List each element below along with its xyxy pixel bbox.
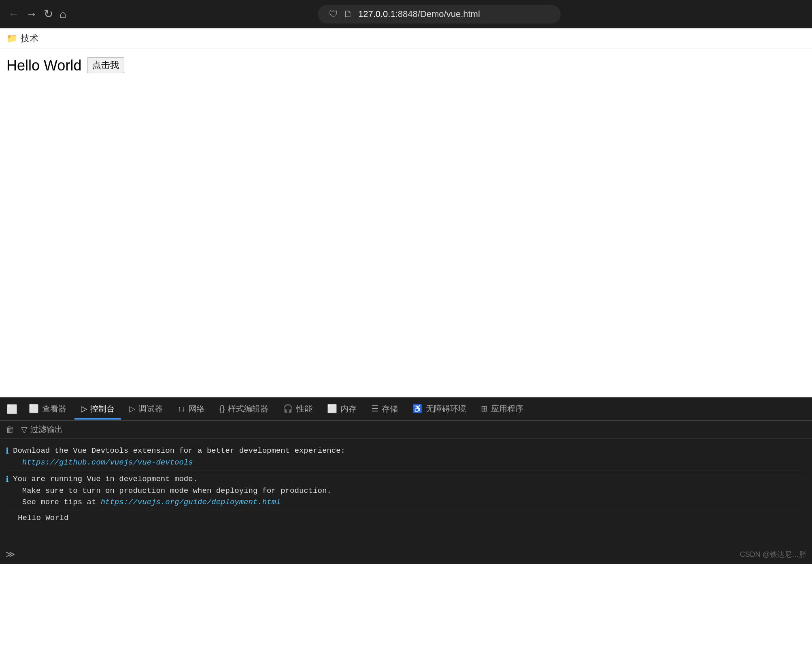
tab-storage[interactable]: ☰ 存储 [365, 399, 404, 420]
reload-button[interactable]: ↻ [44, 9, 53, 20]
debugger-icon: ▷ [129, 404, 135, 413]
hello-world-text: Hello World [6, 57, 81, 74]
devtools-tabs: ⬜ ⬜ 查看器 ▷ 控制台 ▷ 调试器 ↑↓ 网络 {} 样式编辑器 🎧 性能 … [0, 398, 812, 421]
page-icon: 🗋 [344, 9, 353, 19]
tab-application[interactable]: ⊞ 应用程序 [474, 399, 530, 420]
tab-memory-label: 内存 [340, 403, 357, 414]
home-button[interactable]: ⌂ [60, 9, 66, 20]
address-bar-wrapper: 🛡 🗋 127.0.0.1:8848/Demo/vue.html [74, 5, 804, 23]
address-text: 127.0.0.1:8848/Demo/vue.html [358, 9, 480, 19]
tab-elements[interactable]: ⬜ 查看器 [22, 399, 73, 420]
nav-buttons: ← → ↻ ⌂ [8, 9, 66, 20]
console-message-2: ℹ You are running Vue in development mod… [6, 471, 806, 511]
devtools-bottom-bar: ≫ CSDN @铁达尼…胖 [0, 544, 812, 564]
console-text-2: You are running Vue in development mode.… [13, 473, 332, 508]
performance-icon: 🎧 [283, 404, 293, 413]
devtools-console: ℹ Download the Vue Devtools extension fo… [0, 439, 812, 544]
back-button[interactable]: ← [8, 9, 19, 20]
elements-icon: ⬜ [29, 404, 39, 413]
console-hello-world: Hello World [6, 511, 806, 525]
devtools-toolbar: 🗑 ▽ 过滤输出 [0, 421, 812, 439]
breadcrumb-label: 技术 [21, 32, 38, 45]
storage-icon: ☰ [371, 404, 378, 413]
tab-application-label: 应用程序 [491, 403, 523, 414]
info-icon-1: ℹ [6, 446, 9, 456]
tab-memory[interactable]: ⬜ 内存 [321, 399, 363, 420]
vue-devtools-link[interactable]: https://github.com/vuejs/vue-devtools [22, 458, 193, 467]
network-icon: ↑↓ [177, 404, 185, 413]
filter-text: 过滤输出 [30, 424, 63, 435]
tab-accessibility[interactable]: ♿ 无障碍环境 [406, 399, 473, 420]
tab-network-label: 网络 [189, 403, 205, 414]
tab-storage-label: 存储 [382, 403, 398, 414]
tab-performance-label: 性能 [296, 403, 312, 414]
tab-style-label: 样式编辑器 [228, 403, 268, 414]
info-icon-2: ℹ [6, 474, 9, 484]
tab-network[interactable]: ↑↓ 网络 [171, 399, 211, 420]
console-message-1: ℹ Download the Vue Devtools extension fo… [6, 443, 806, 471]
tab-console-label: 控制台 [90, 403, 115, 414]
deployment-link[interactable]: https://vuejs.org/guide/deployment.html [101, 498, 281, 507]
tab-debugger[interactable]: ▷ 调试器 [123, 399, 169, 420]
forward-button[interactable]: → [26, 9, 37, 20]
tab-accessibility-label: 无障碍环境 [426, 403, 466, 414]
style-icon: {} [219, 404, 225, 413]
devtools-panel: ⬜ ⬜ 查看器 ▷ 控制台 ▷ 调试器 ↑↓ 网络 {} 样式编辑器 🎧 性能 … [0, 397, 812, 564]
address-bar[interactable]: 🛡 🗋 127.0.0.1:8848/Demo/vue.html [318, 5, 561, 23]
accessibility-icon: ♿ [412, 404, 423, 413]
console-text-1: Download the Vue Devtools extension for … [13, 445, 345, 468]
devtools-left-icon[interactable]: ⬜ [3, 402, 21, 417]
breadcrumb-bar: 📁 技术 [0, 28, 812, 49]
page-content: Hello World 点击我 [0, 49, 812, 397]
click-me-button[interactable]: 点击我 [87, 57, 124, 73]
filter-icon: ▽ [21, 425, 27, 435]
address-host: 127.0.0.1 [358, 9, 395, 19]
application-icon: ⊞ [481, 404, 488, 413]
tab-performance[interactable]: 🎧 性能 [276, 399, 319, 420]
shield-icon: 🛡 [329, 9, 338, 19]
tab-debugger-label: 调试器 [138, 403, 163, 414]
prompt-icon: ≫ [6, 549, 15, 560]
tab-elements-label: 查看器 [42, 403, 66, 414]
filter-label: ▽ 过滤输出 [21, 424, 63, 435]
address-path: :8848/Demo/vue.html [395, 9, 480, 19]
memory-icon: ⬜ [327, 404, 337, 413]
clear-console-button[interactable]: 🗑 [6, 424, 15, 435]
watermark: CSDN @铁达尼…胖 [740, 550, 806, 559]
browser-titlebar: ← → ↻ ⌂ 🛡 🗋 127.0.0.1:8848/Demo/vue.html [0, 0, 812, 28]
folder-icon: 📁 [6, 33, 17, 44]
console-prompt[interactable]: ≫ [6, 549, 15, 560]
console-icon: ▷ [81, 404, 87, 413]
tab-style[interactable]: {} 样式编辑器 [213, 399, 275, 420]
tab-console[interactable]: ▷ 控制台 [74, 399, 121, 420]
